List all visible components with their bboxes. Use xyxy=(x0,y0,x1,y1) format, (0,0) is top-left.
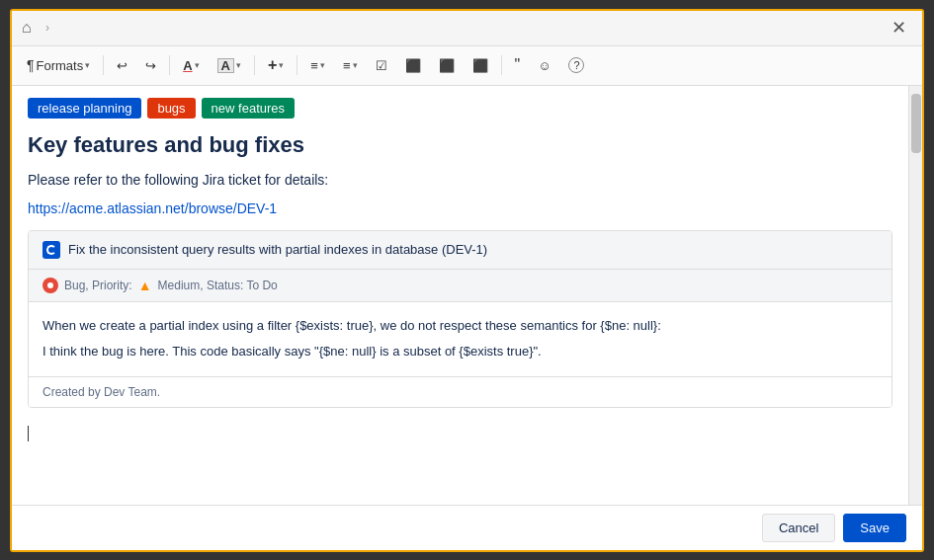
toolbar-divider-3 xyxy=(254,55,255,75)
numbered-chevron: ▾ xyxy=(353,61,358,70)
help-icon: ? xyxy=(568,57,584,73)
undo-icon: ↩ xyxy=(117,59,127,72)
redo-icon: ↪ xyxy=(145,59,156,72)
insert-button[interactable]: + ▾ xyxy=(261,53,291,77)
cancel-button[interactable]: Cancel xyxy=(762,514,835,542)
text-color-chevron: ▾ xyxy=(195,61,200,70)
bullet-chevron: ▾ xyxy=(320,61,325,70)
close-button[interactable]: ✕ xyxy=(886,17,912,39)
indent-button[interactable]: ⬛ xyxy=(466,55,495,76)
align-center-icon: ⬛ xyxy=(439,59,455,72)
jira-logo-icon xyxy=(42,241,60,259)
quote-button[interactable]: " xyxy=(508,53,528,77)
insert-chevron: ▾ xyxy=(279,61,284,70)
jira-card-meta: Bug, Priority: ▲ Medium, Status: To Do xyxy=(29,270,892,302)
emoji-icon: ☺ xyxy=(538,59,551,72)
breadcrumb-separator: › xyxy=(45,21,49,35)
jira-meta-text: Bug, Priority: xyxy=(64,279,132,292)
body-paragraph: Please refer to the following Jira ticke… xyxy=(28,170,892,191)
tags-row: release planning bugs new features xyxy=(28,98,892,119)
text-cursor xyxy=(28,426,29,441)
home-icon[interactable]: ⌂ xyxy=(22,19,40,37)
text-bg-icon: A xyxy=(217,58,234,73)
priority-arrow-icon: ▲ xyxy=(138,278,152,293)
tag-release-planning[interactable]: release planning xyxy=(28,98,141,119)
jira-body-line-1: When we create a partial index using a f… xyxy=(42,316,878,337)
jira-body-line-2: I think the bug is here. This code basic… xyxy=(42,342,878,362)
title-bar-left: ⌂ › xyxy=(22,19,49,37)
tag-new-features[interactable]: new features xyxy=(202,98,295,119)
toolbar-divider-2 xyxy=(169,55,170,75)
toolbar-divider-4 xyxy=(297,55,297,75)
undo-button[interactable]: ↩ xyxy=(110,55,134,76)
scrollbar-thumb[interactable] xyxy=(911,94,921,153)
scrollbar-track[interactable] xyxy=(908,86,922,505)
formats-label: Formats xyxy=(37,59,84,72)
editor-area: release planning bugs new features Key f… xyxy=(12,86,922,505)
editor-toolbar: ¶ Formats ▾ ↩ ↪ A ▾ A ▾ + ▾ ≡ ▾ xyxy=(12,46,922,86)
footer-bar: Cancel Save xyxy=(12,505,922,550)
jira-card-footer: Created by Dev Team. xyxy=(29,377,892,407)
paragraph-format-dropdown[interactable]: ¶ Formats ▾ xyxy=(20,54,97,76)
quote-icon: " xyxy=(515,57,521,73)
tag-bugs[interactable]: bugs xyxy=(147,98,195,119)
page-heading: Key features and bug fixes xyxy=(28,132,892,158)
toolbar-divider-1 xyxy=(103,55,104,75)
modal-dialog: ⌂ › ✕ ¶ Formats ▾ ↩ ↪ A ▾ A ▾ + xyxy=(10,9,924,552)
redo-button[interactable]: ↪ xyxy=(138,55,163,76)
align-left-button[interactable]: ⬛ xyxy=(398,55,428,76)
checklist-icon: ☑ xyxy=(376,59,387,72)
editor-content[interactable]: release planning bugs new features Key f… xyxy=(12,86,908,505)
text-color-button[interactable]: A ▾ xyxy=(176,55,206,76)
formats-chevron: ▾ xyxy=(85,61,90,70)
jira-priority-status: Medium, Status: To Do xyxy=(158,279,278,292)
emoji-button[interactable]: ☺ xyxy=(531,55,557,76)
toolbar-divider-5 xyxy=(501,55,502,75)
jira-card-body: When we create a partial index using a f… xyxy=(29,302,892,378)
bullet-list-button[interactable]: ≡ ▾ xyxy=(303,55,332,76)
align-left-icon: ⬛ xyxy=(405,59,421,72)
insert-icon: + xyxy=(268,57,277,73)
align-center-button[interactable]: ⬛ xyxy=(432,55,462,76)
checklist-button[interactable]: ☑ xyxy=(369,55,394,76)
bug-type-icon xyxy=(42,278,58,293)
title-bar: ⌂ › ✕ xyxy=(12,11,922,46)
text-bg-button[interactable]: A ▾ xyxy=(211,54,248,77)
bullet-list-icon: ≡ xyxy=(310,59,318,72)
jira-card-header: Fix the inconsistent query results with … xyxy=(29,231,892,270)
jira-link[interactable]: https://acme.atlassian.net/browse/DEV-1 xyxy=(28,200,892,216)
text-color-icon: A xyxy=(183,59,192,72)
indent-icon: ⬛ xyxy=(472,59,488,72)
jira-card-title: Fix the inconsistent query results with … xyxy=(68,242,487,257)
text-bg-chevron: ▾ xyxy=(236,61,241,70)
numbered-list-button[interactable]: ≡ ▾ xyxy=(336,55,365,76)
paragraph-format-icon: ¶ xyxy=(27,58,35,72)
help-button[interactable]: ? xyxy=(561,53,591,77)
numbered-list-icon: ≡ xyxy=(343,59,351,72)
save-button[interactable]: Save xyxy=(843,514,906,542)
jira-card: Fix the inconsistent query results with … xyxy=(28,230,892,409)
